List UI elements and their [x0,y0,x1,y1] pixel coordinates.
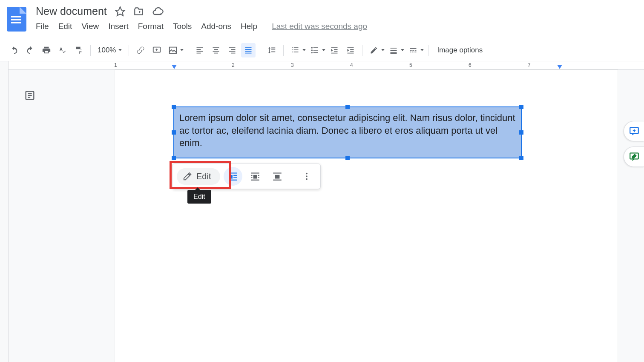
menu-edit[interactable]: Edit [58,22,72,31]
align-center-icon[interactable] [209,43,223,57]
menu-addons[interactable]: Add-ons [201,22,231,31]
resize-handle[interactable] [345,105,350,109]
line-spacing-icon[interactable] [264,43,279,57]
resize-handle[interactable] [519,130,523,135]
wrap-inline-button[interactable] [224,167,242,186]
svg-rect-25 [251,175,253,176]
ruler-tick: 2 [232,62,235,68]
spellcheck-icon[interactable] [55,43,70,57]
svg-rect-11 [413,50,414,51]
svg-rect-12 [415,50,417,51]
bulleted-list-button[interactable] [308,43,325,57]
workspace: 1 2 3 4 5 6 7 1 2 3 4 Lorem ipsum dolor [0,61,644,362]
paint-format-icon[interactable] [72,43,86,57]
horizontal-ruler[interactable]: 1 2 3 4 5 6 7 [9,61,644,70]
image-insert-button[interactable] [166,43,184,57]
svg-rect-31 [275,175,280,179]
align-justify-icon[interactable] [241,43,256,57]
ruler-tick: 7 [528,62,531,68]
toolbar-separator [188,45,188,56]
indent-left-marker[interactable] [172,65,177,69]
align-left-icon[interactable] [193,43,207,57]
move-icon[interactable] [133,6,144,17]
edit-button-label: Edit [196,172,211,181]
resize-handle[interactable] [519,156,523,160]
increase-indent-icon[interactable] [343,43,358,57]
suggest-edits-fab[interactable] [624,147,644,167]
toolbar-separator [129,45,129,56]
svg-rect-7 [391,50,397,51]
numbered-list-icon [288,43,302,57]
resize-handle[interactable] [172,130,176,135]
svg-point-34 [306,175,308,177]
pencil-icon [183,172,192,181]
resize-handle[interactable] [345,156,350,160]
app-header: New document File Edit View Insert Forma… [0,0,644,39]
indent-right-marker[interactable] [557,65,562,69]
menu-format[interactable]: Format [138,22,164,31]
resize-handle[interactable] [172,105,176,109]
svg-rect-21 [234,177,238,178]
ruler-tick: 3 [291,62,294,68]
page[interactable]: Lorem ipsum dolor sit amet, consectetur … [115,70,618,362]
undo-icon[interactable] [7,43,21,57]
star-icon[interactable] [115,6,126,17]
ruler-tick: 5 [409,62,412,68]
border-weight-button[interactable] [386,43,404,57]
border-weight-icon [386,43,401,57]
object-float-toolbar: Edit [172,164,321,189]
resize-handle[interactable] [172,156,176,160]
svg-rect-32 [273,180,282,181]
border-color-button[interactable] [367,43,385,57]
selected-text-box[interactable]: Lorem ipsum dolor sit amet, consectetur … [173,106,522,158]
menu-view[interactable]: View [81,22,99,31]
numbered-list-button[interactable] [288,43,306,57]
svg-rect-27 [251,177,253,178]
border-dash-button[interactable] [406,43,424,57]
more-options-button[interactable] [297,167,316,186]
dropdown-arrow-icon [381,49,385,51]
last-edit-link[interactable]: Last edit was seconds ago [272,22,367,31]
border-dash-icon [406,43,420,57]
svg-point-3 [311,47,313,48]
menu-file[interactable]: File [36,22,49,31]
ruler-tick: 4 [350,62,353,68]
svg-marker-0 [115,7,125,16]
more-vertical-icon [302,172,311,181]
edit-button[interactable]: Edit [177,168,220,185]
image-options-button[interactable]: Image options [437,46,483,55]
zoom-select[interactable]: 100% [95,46,124,55]
redo-icon[interactable] [23,43,37,57]
edit-tooltip: Edit [187,190,211,204]
print-icon[interactable] [39,43,54,57]
docs-logo-icon[interactable] [7,7,26,32]
zoom-value: 100% [98,46,116,55]
link-icon[interactable] [133,43,148,57]
add-comment-fab[interactable] [624,121,644,141]
ruler-tick: 1 [114,62,117,68]
outline-toggle-icon[interactable] [20,86,39,105]
menu-insert[interactable]: Insert [108,22,129,31]
svg-point-33 [306,173,308,175]
dropdown-arrow-icon [180,49,184,51]
dropdown-arrow-icon [302,49,306,51]
document-title[interactable]: New document [36,5,107,17]
comment-icon[interactable] [150,43,164,57]
text-box-content: Lorem ipsum dolor sit amet, consectetur … [174,107,521,154]
svg-point-35 [306,178,308,180]
svg-rect-30 [273,172,282,173]
ruler-tick: 6 [469,62,472,68]
svg-rect-18 [229,172,238,173]
wrap-text-button[interactable] [246,167,264,186]
svg-rect-14 [412,52,413,52]
align-right-icon[interactable] [225,43,239,57]
decrease-indent-icon[interactable] [327,43,342,57]
pen-icon [367,43,381,57]
resize-handle[interactable] [519,105,523,109]
menu-tools[interactable]: Tools [173,22,192,31]
toolbar: 100% Image options [0,39,644,61]
cloud-status-icon[interactable] [152,6,164,17]
svg-point-4 [311,49,313,51]
menu-help[interactable]: Help [241,22,257,31]
wrap-break-button[interactable] [268,167,287,186]
